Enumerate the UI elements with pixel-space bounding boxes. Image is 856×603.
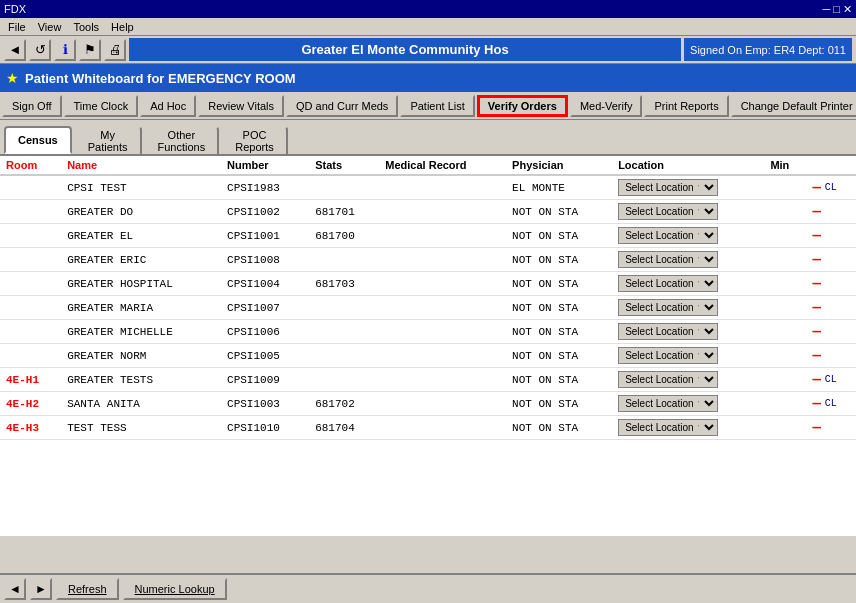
toolbar-title-text: Greater El Monte Community Hos <box>301 42 508 57</box>
cell-location[interactable]: Select Location ▼ <box>612 368 764 392</box>
cell-location[interactable]: Select Location ▼ <box>612 224 764 248</box>
cell-location[interactable]: Select Location ▼ <box>612 248 764 272</box>
cell-actions: — <box>806 200 856 222</box>
cell-min <box>764 344 806 368</box>
cell-stats: 681700 <box>309 224 379 248</box>
menu-file[interactable]: File <box>2 20 32 34</box>
numeric-lookup-btn[interactable]: Numeric Lookup <box>123 578 227 600</box>
change-default-printer-btn[interactable]: Change Default Printer <box>731 95 856 117</box>
table-row: GREATER HOSPITALCPSI1004681703NOT ON STA… <box>0 272 856 296</box>
cell-actions: —CL <box>806 368 856 390</box>
cell-medical-record <box>379 392 506 416</box>
cell-number: CPSI1004 <box>221 272 309 296</box>
qd-curr-meds-btn[interactable]: QD and Curr Meds <box>286 95 398 117</box>
cell-min <box>764 296 806 320</box>
forward-btn[interactable]: ↺ <box>29 39 51 61</box>
cell-physician: EL MONTE <box>506 175 612 200</box>
back-btn[interactable]: ◄ <box>4 39 26 61</box>
remove-icon[interactable]: — <box>812 299 820 315</box>
col-actions <box>806 156 856 175</box>
cell-room <box>0 320 61 344</box>
location-select[interactable]: Select Location ▼ <box>618 299 718 316</box>
table-row: GREATER NORMCPSI1005NOT ON STASelect Loc… <box>0 344 856 368</box>
sign-off-btn[interactable]: Sign Off <box>2 95 62 117</box>
col-physician: Physician <box>506 156 612 175</box>
poc-reports-tab[interactable]: POC Reports <box>221 126 288 154</box>
cell-physician: NOT ON STA <box>506 272 612 296</box>
remove-icon[interactable]: — <box>812 203 820 219</box>
location-select[interactable]: Select Location ▼ <box>618 275 718 292</box>
cell-min <box>764 175 806 200</box>
cell-medical-record <box>379 344 506 368</box>
cell-name: GREATER NORM <box>61 344 221 368</box>
location-select[interactable]: Select Location ▼ <box>618 371 718 388</box>
location-select[interactable]: Select Location ▼ <box>618 227 718 244</box>
cell-min <box>764 200 806 224</box>
print-btn[interactable]: 🖨 <box>104 39 126 61</box>
cell-location[interactable]: Select Location ▼ <box>612 320 764 344</box>
cell-min <box>764 368 806 392</box>
remove-icon[interactable]: — <box>812 275 820 291</box>
remove-icon[interactable]: — <box>812 419 820 435</box>
flag-btn[interactable]: ⚑ <box>79 39 101 61</box>
info-btn[interactable]: ℹ <box>54 39 76 61</box>
location-select[interactable]: Select Location ▼ <box>618 347 718 364</box>
remove-icon[interactable]: — <box>812 347 820 363</box>
cl-label: CL <box>825 182 837 193</box>
cell-location[interactable]: Select Location ▼ <box>612 392 764 416</box>
header-banner: ★ Patient Whiteboard for EMERGENCY ROOM <box>0 64 856 92</box>
next-page-btn[interactable]: ► <box>30 578 52 600</box>
cell-name: GREATER TESTS <box>61 368 221 392</box>
table-row: GREATER MARIACPSI1007NOT ON STASelect Lo… <box>0 296 856 320</box>
my-patients-tab[interactable]: My Patients <box>74 126 142 154</box>
remove-icon[interactable]: — <box>812 395 820 411</box>
location-select[interactable]: Select Location ▼ <box>618 395 718 412</box>
menu-view[interactable]: View <box>32 20 68 34</box>
census-tab[interactable]: Census <box>4 126 72 154</box>
other-functions-tab-label: Other Functions <box>158 129 206 153</box>
ad-hoc-btn[interactable]: Ad Hoc <box>140 95 196 117</box>
menu-tools[interactable]: Tools <box>67 20 105 34</box>
cell-name: GREATER EL <box>61 224 221 248</box>
cell-location[interactable]: Select Location ▼ <box>612 416 764 440</box>
table-row: CPSI TESTCPSI1983EL MONTESelect Location… <box>0 175 856 200</box>
cell-location[interactable]: Select Location ▼ <box>612 175 764 200</box>
cell-location[interactable]: Select Location ▼ <box>612 200 764 224</box>
other-functions-tab[interactable]: Other Functions <box>144 126 220 154</box>
col-number: Number <box>221 156 309 175</box>
location-select[interactable]: Select Location ▼ <box>618 203 718 220</box>
refresh-btn[interactable]: Refresh <box>56 578 119 600</box>
location-select[interactable]: Select Location ▼ <box>618 323 718 340</box>
cell-medical-record <box>379 296 506 320</box>
verify-orders-btn[interactable]: Verify Orders <box>477 95 568 117</box>
menu-help[interactable]: Help <box>105 20 140 34</box>
location-select[interactable]: Select Location ▼ <box>618 251 718 268</box>
remove-icon[interactable]: — <box>812 251 820 267</box>
cell-number: CPSI1003 <box>221 392 309 416</box>
remove-icon[interactable]: — <box>812 371 820 387</box>
prev-page-btn[interactable]: ◄ <box>4 578 26 600</box>
time-clock-btn[interactable]: Time Clock <box>64 95 139 117</box>
cell-min <box>764 392 806 416</box>
menu-bar: File View Tools Help <box>0 18 856 36</box>
print-reports-btn[interactable]: Print Reports <box>644 95 728 117</box>
cell-room <box>0 175 61 200</box>
location-select[interactable]: Select Location ▼ <box>618 419 718 436</box>
cell-room <box>0 248 61 272</box>
med-verify-btn[interactable]: Med-Verify <box>570 95 643 117</box>
review-vitals-btn[interactable]: Review Vitals <box>198 95 284 117</box>
remove-icon[interactable]: — <box>812 323 820 339</box>
cell-room <box>0 224 61 248</box>
remove-icon[interactable]: — <box>812 227 820 243</box>
location-select[interactable]: Select Location ▼ <box>618 179 718 196</box>
cell-location[interactable]: Select Location ▼ <box>612 344 764 368</box>
table-row: 4E-H2SANTA ANITACPSI1003681702NOT ON STA… <box>0 392 856 416</box>
cell-number: CPSI1983 <box>221 175 309 200</box>
remove-icon[interactable]: — <box>812 179 820 195</box>
cell-location[interactable]: Select Location ▼ <box>612 272 764 296</box>
patient-table-container: Room Name Number Stats Medical Record Ph… <box>0 156 856 536</box>
patient-list-btn[interactable]: Patient List <box>400 95 474 117</box>
cell-actions: — <box>806 224 856 246</box>
cell-stats: 681704 <box>309 416 379 440</box>
cell-location[interactable]: Select Location ▼ <box>612 296 764 320</box>
